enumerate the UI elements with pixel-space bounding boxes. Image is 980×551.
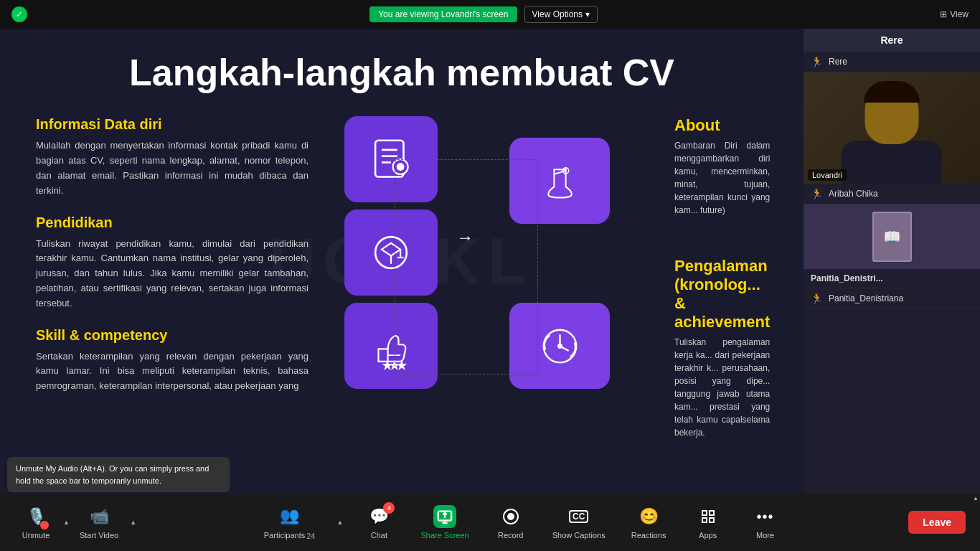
captions-expand-arrow[interactable]: ▲: [973, 495, 979, 501]
chat-icon: 💬 4: [367, 505, 390, 528]
panitia-raise-icon: 🏃: [811, 293, 823, 304]
captions-button[interactable]: CC ▲ Show Captions: [547, 502, 611, 542]
grid-icon: ⊞: [940, 9, 947, 19]
mute-indicator: [40, 521, 49, 529]
icon-box-1: [344, 116, 438, 202]
view-options-button[interactable]: View Options ▾: [524, 6, 598, 23]
shield-icon: ✓: [11, 6, 27, 22]
aribah-name: Aribah Chika: [829, 189, 973, 199]
toolbar-left: 🎙️ Unmute ▲ 📹 Start Video ▲: [14, 502, 136, 542]
icon-box-3: ★★★: [344, 303, 438, 389]
reactions-icon: 😊: [637, 505, 660, 528]
panitia-label-item: Panitia_Denistri...: [804, 269, 980, 288]
video-expand-arrow[interactable]: ▲: [130, 519, 136, 526]
view-label: View: [950, 9, 969, 19]
panitia-label: Panitia_Denistri...: [811, 273, 973, 283]
record-icon: [499, 505, 522, 528]
bottom-toolbar: 🎙️ Unmute ▲ 📹 Start Video ▲ 👥 Participan…: [0, 494, 980, 551]
share-screen-label: Share Screen: [420, 531, 468, 540]
section-informasi-title: Informasi Data diri: [36, 116, 308, 133]
top-bar-center: You are viewing Lovandri's screen View O…: [369, 6, 598, 23]
slide-body: Informasi Data diri Mulailah dengan meny…: [36, 116, 768, 459]
aribah-participant-item: 🏃 Aribah Chika: [804, 184, 980, 204]
participants-icon: 👥: [278, 504, 301, 527]
participants-count: 24: [306, 532, 315, 540]
svg-point-5: [397, 164, 404, 171]
record-button[interactable]: Record: [489, 502, 532, 542]
captions-label: Show Captions: [552, 531, 606, 540]
video-inner: 📖: [804, 204, 980, 269]
section-skill-title: Skill & competency: [36, 327, 308, 344]
section-pendidikan-title: Pendidikan: [36, 215, 308, 231]
rere-name: Rere: [829, 57, 973, 67]
viewing-badge: You are viewing Lovandri's screen: [369, 6, 517, 22]
svg-text:★★★: ★★★: [384, 361, 405, 369]
unmute-tooltip: Unmute My Audio (Alt+A). Or you can simp…: [7, 457, 230, 492]
right-panel: Rere 🏃 Rere Lovandri 🏃 Aribah Chika 📖 Pa…: [804, 29, 980, 494]
toolbar-right: Leave: [908, 511, 966, 534]
leave-button[interactable]: Leave: [908, 511, 966, 534]
section-skill-text: Sertakan keterampilan yang relevan denga…: [36, 349, 308, 394]
participants-expand-arrow[interactable]: ▲: [337, 519, 344, 526]
skill-icon: ★★★: [366, 321, 416, 371]
microphone-icon: 🎙️: [24, 505, 47, 528]
unmute-label: Unmute: [22, 531, 50, 540]
rere-header: Rere: [804, 29, 980, 52]
reactions-button[interactable]: 😊 Reactions: [626, 502, 672, 542]
chevron-down-icon: ▾: [585, 9, 590, 19]
experience-section: Pengalaman (kronolog... & achievement Tu…: [674, 257, 770, 439]
slide-title: Langkah-langkah membuat CV: [36, 50, 768, 95]
lovandri-name-tag: Lovandri: [808, 169, 847, 181]
top-bar-right: ⊞ View: [940, 9, 969, 19]
document-icon: [366, 134, 416, 184]
arrow-right-icon: →: [456, 227, 473, 248]
about-text: Gambaran Diri dalam menggambarkan diri k…: [674, 139, 770, 217]
svg-point-17: [558, 344, 562, 348]
about-title: About: [674, 116, 770, 135]
section-pendidikan-text: Tuliskan riwayat pendidikan kamu, dimula…: [36, 237, 308, 311]
icon-box-2: [344, 209, 438, 296]
left-column: Informasi Data diri Mulailah dengan meny…: [36, 116, 316, 459]
participants-button[interactable]: 👥 Participants 24: [258, 501, 321, 543]
more-label: More: [756, 531, 774, 540]
aribah-raise-icon: 🏃: [811, 188, 823, 199]
book-cover-icon: 📖: [872, 212, 912, 262]
chat-badge: 4: [383, 502, 395, 514]
right-icon-column: [509, 138, 653, 459]
view-options-label: View Options: [532, 9, 583, 19]
experience-text: Tuliskan pengalaman kerja ka... dari pek…: [674, 336, 770, 439]
top-bar-left: ✓: [11, 6, 27, 22]
panitia-name: Panitia_Denistriana: [829, 293, 973, 303]
right-icon-box-1: [509, 138, 610, 224]
section-informasi-text: Mulailah dengan menyertakan informasi ko…: [36, 138, 308, 198]
clock-icon: [537, 323, 583, 369]
unmute-button[interactable]: 🎙️ Unmute: [14, 502, 57, 542]
start-video-button[interactable]: 📹 Start Video: [74, 502, 124, 542]
chat-button[interactable]: 💬 4 Chat: [357, 502, 400, 542]
top-bar: ✓ You are viewing Lovandri's screen View…: [0, 0, 980, 29]
more-icon: •••: [754, 505, 777, 528]
apps-button[interactable]: Apps: [687, 502, 730, 542]
graduation-icon: [366, 227, 416, 278]
apps-icon: [697, 505, 720, 528]
unmute-expand-arrow[interactable]: ▲: [63, 519, 70, 526]
award-icon: [537, 158, 583, 204]
experience-title: Pengalaman (kronolog... & achievement: [674, 257, 770, 331]
record-label: Record: [498, 531, 523, 540]
camera-icon: 📹: [88, 505, 110, 528]
apps-label: Apps: [699, 531, 717, 540]
slide: Langkah-langkah membuat CV UGAKL Informa…: [0, 29, 804, 494]
reactions-label: Reactions: [631, 531, 666, 540]
share-screen-icon: [433, 505, 456, 528]
view-button[interactable]: ⊞ View: [940, 9, 969, 19]
far-right-column: About Gambaran Diri dalam menggambarkan …: [667, 116, 770, 459]
panitia-participant-item: 🏃 Panitia_Denistriana: [804, 288, 980, 309]
raise-hand-icon: 🏃: [811, 56, 823, 67]
lovandri-video: Lovandri: [804, 72, 980, 184]
center-column: →: [330, 116, 452, 459]
share-screen-button[interactable]: Share Screen: [415, 502, 474, 542]
main-content: Langkah-langkah membuat CV UGAKL Informa…: [0, 29, 804, 494]
more-button[interactable]: ••• More: [744, 502, 787, 542]
start-video-label: Start Video: [80, 531, 118, 540]
captions-icon: CC: [567, 505, 590, 528]
